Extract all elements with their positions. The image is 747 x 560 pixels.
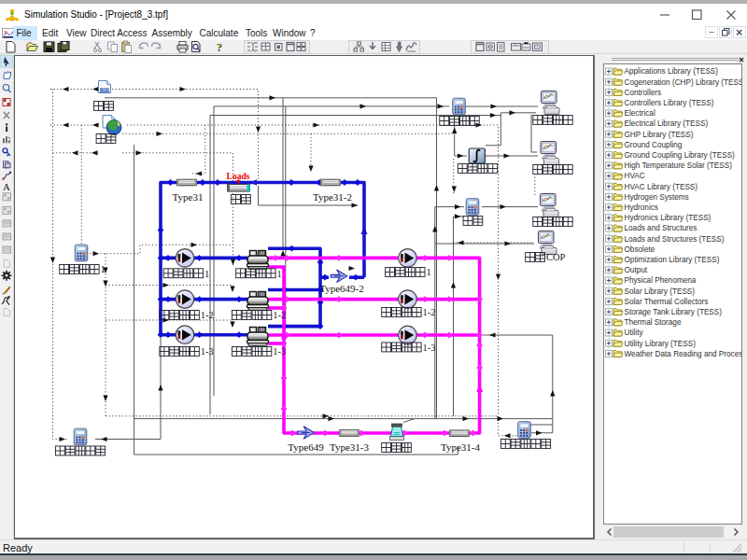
svg-text:Applications Library (TESS): Applications Library (TESS) <box>625 67 719 76</box>
svg-text:Weather Data Reading and Proce: Weather Data Reading and Process <box>625 350 743 358</box>
svg-text:Cogeneration (CHP) Library (TE: Cogeneration (CHP) Library (TESS) <box>625 78 743 87</box>
svg-text:1-2: 1-2 <box>273 310 286 320</box>
svg-text:Thermal Storage: Thermal Storage <box>625 318 682 327</box>
svg-text:1: 1 <box>204 269 209 279</box>
svg-text:High Temperature Solar (TESS): High Temperature Solar (TESS) <box>625 161 733 170</box>
svg-text:Storage Tank Library (TESS): Storage Tank Library (TESS) <box>625 308 723 316</box>
svg-text:Type649-2: Type649-2 <box>319 283 364 294</box>
svg-text:Output: Output <box>625 266 648 274</box>
svg-text:Type31-4: Type31-4 <box>441 441 480 453</box>
svg-text:Solar Library (TESS): Solar Library (TESS) <box>625 287 696 296</box>
svg-text:Electrical: Electrical <box>625 109 655 118</box>
svg-text:1-2: 1-2 <box>201 310 214 320</box>
svg-text:Type31-3: Type31-3 <box>330 441 369 453</box>
svg-text:HVAC Library (TESS): HVAC Library (TESS) <box>625 183 698 191</box>
svg-text:1-3: 1-3 <box>273 346 286 357</box>
svg-text:1-3: 1-3 <box>423 343 436 353</box>
svg-text:1: 1 <box>101 264 106 274</box>
svg-text:Controllers: Controllers <box>625 89 662 97</box>
svg-text:Type31-2: Type31-2 <box>313 191 352 203</box>
svg-text:Hydronics Library (TESS): Hydronics Library (TESS) <box>625 214 712 222</box>
svg-text:Ground Coupling Library (TESS): Ground Coupling Library (TESS) <box>625 151 736 160</box>
svg-text:1: 1 <box>426 267 430 277</box>
svg-text:Hydrogen Systems: Hydrogen Systems <box>625 193 689 202</box>
svg-text:COP: COP <box>546 252 566 262</box>
svg-text:A: A <box>3 181 10 192</box>
svg-text:Electrical Library (TESS): Electrical Library (TESS) <box>625 119 709 128</box>
svg-text:?: ? <box>217 40 223 54</box>
svg-text:GHP Library (TESS): GHP Library (TESS) <box>625 131 694 139</box>
svg-text:Solar Thermal Collectors: Solar Thermal Collectors <box>625 298 709 306</box>
svg-text:Optimization Library (TESS): Optimization Library (TESS) <box>625 256 720 264</box>
svg-text:USER: USER <box>100 89 110 92</box>
svg-text:1-2: 1-2 <box>423 307 436 317</box>
svg-text:Loads and Structures: Loads and Structures <box>625 224 698 232</box>
svg-text:1: 1 <box>277 269 282 279</box>
svg-text:1-3: 1-3 <box>201 346 214 357</box>
svg-text:Loads and Structures (TESS): Loads and Structures (TESS) <box>625 235 725 244</box>
svg-text:Utility: Utility <box>625 329 644 337</box>
svg-text:Type31: Type31 <box>173 191 204 203</box>
svg-text:Controllers Library (TESS): Controllers Library (TESS) <box>625 99 714 107</box>
svg-text:Physical Phenomena: Physical Phenomena <box>625 276 697 285</box>
svg-text:Type649: Type649 <box>288 441 324 453</box>
svg-text:Ground Coupling: Ground Coupling <box>625 141 683 149</box>
svg-text:Utility Library (TESS): Utility Library (TESS) <box>625 340 697 348</box>
svg-text:Obsolete: Obsolete <box>625 245 655 254</box>
svg-text:HVAC: HVAC <box>625 172 645 180</box>
svg-text:Hydronics: Hydronics <box>625 203 658 212</box>
svg-text:Loads: Loads <box>227 172 250 181</box>
